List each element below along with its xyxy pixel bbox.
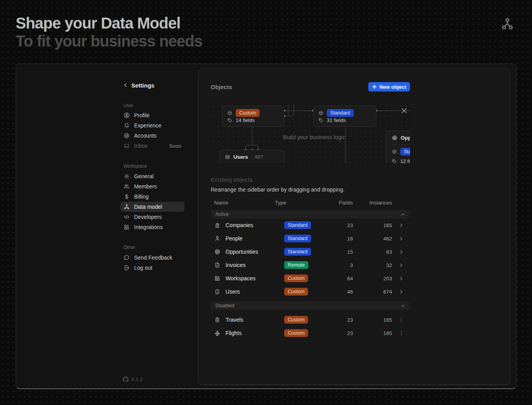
column-instances: Instances — [353, 200, 392, 206]
chevron-left-icon — [123, 82, 128, 88]
canvas-node-standard[interactable]: Standard 31 fields — [313, 106, 376, 127]
sidebar-item-billing[interactable]: Billing — [123, 192, 184, 202]
soon-badge: Soon — [169, 143, 181, 149]
sidebar-item-label: Inbox — [134, 143, 147, 149]
code-icon — [124, 214, 130, 220]
fields-value: 46 — [327, 289, 353, 295]
chevron-up-icon — [400, 303, 405, 308]
data-model-icon — [124, 204, 130, 210]
chevron-right-icon[interactable] — [398, 222, 404, 228]
logout-icon — [124, 265, 130, 271]
group-label: Active — [215, 211, 229, 217]
type-badge: Custom — [284, 329, 308, 337]
table-row-people[interactable]: People Standard 16 462 — [211, 232, 410, 245]
type-badge: Custom — [284, 288, 308, 296]
settings-sidebar: Settings User Profile Experience Account… — [123, 81, 184, 273]
table-row-flights[interactable]: Flights Custom 23 165 — [211, 326, 410, 340]
plane-icon — [214, 330, 220, 336]
gear-icon — [124, 173, 130, 179]
table-row-opportunities[interactable]: Opportunities Standard 15 83 — [211, 245, 410, 258]
node-name: Users — [233, 154, 248, 160]
instances-value: 462 — [353, 236, 392, 242]
sidebar-item-integrations[interactable]: Integrations — [123, 222, 184, 232]
chevron-right-icon[interactable] — [398, 262, 404, 268]
app-version[interactable]: 0.1.2 — [123, 376, 143, 382]
type-badge: Standard — [327, 109, 354, 117]
data-model-canvas[interactable]: Custom 14 fields Standard 31 fields — [211, 104, 410, 163]
column-name: Name — [211, 200, 275, 206]
instances-value: 165 — [353, 330, 392, 336]
sidebar-item-label: Send Feedback — [134, 254, 172, 261]
canvas-hint: Build your business logic — [283, 134, 346, 140]
sidebar-item-send-feedback[interactable]: Send Feedback — [123, 253, 184, 263]
tag-icon — [318, 118, 324, 123]
kebab-menu-icon[interactable] — [398, 330, 404, 336]
table-row-travels[interactable]: Travels Custom 23 165 — [211, 313, 410, 326]
sidebar-item-inbox[interactable]: Inbox Soon — [123, 141, 184, 151]
table-row-users[interactable]: Users Custom 46 674 — [211, 285, 410, 298]
fields-value: 3 — [327, 262, 353, 268]
bell-icon — [124, 122, 130, 129]
node-name: Opportunities — [401, 135, 410, 141]
instances-value: 83 — [353, 249, 392, 255]
sidebar-item-accounts[interactable]: Accounts — [123, 131, 184, 141]
object-name: Opportunities — [226, 249, 258, 255]
object-name: Users — [226, 289, 240, 295]
page-header: Shape your Data Model To fit your busine… — [16, 14, 202, 50]
sidebar-item-developers[interactable]: Developers — [123, 212, 184, 222]
existing-objects-heading: Existing objects — [211, 177, 410, 183]
table-header: Name Type Fields Instances — [211, 199, 410, 206]
chevron-right-icon[interactable] — [398, 289, 404, 295]
sidebar-item-log-out[interactable]: Log out — [123, 263, 184, 273]
id-badge-icon — [225, 154, 230, 160]
table-row-workspaces[interactable]: Workspaces Custom 64 203 — [211, 272, 410, 285]
page-title: Shape your Data Model — [16, 14, 202, 32]
object-name: People — [226, 235, 243, 242]
type-badge: Custom — [284, 316, 308, 324]
building-icon — [214, 222, 220, 228]
group-header-active[interactable]: Active — [211, 210, 410, 219]
sidebar-item-profile[interactable]: Profile — [123, 110, 184, 120]
type-badge: Custom — [236, 109, 260, 117]
chevron-right-icon[interactable] — [398, 249, 404, 255]
instances-value: 165 — [353, 222, 392, 228]
members-icon — [124, 183, 130, 190]
canvas-node-users[interactable]: Users · 497 — [220, 150, 284, 163]
sidebar-item-data-model[interactable]: Data model — [120, 202, 184, 212]
object-name: Flights — [226, 330, 242, 336]
object-name: Companies — [226, 222, 253, 228]
sidebar-item-general[interactable]: General — [123, 171, 184, 181]
data-model-logo-icon — [501, 17, 514, 30]
fields-value: 15 — [327, 249, 353, 255]
dollar-icon — [124, 194, 130, 200]
workspaces-icon — [214, 275, 220, 281]
canvas-node-custom[interactable]: Custom 14 fields — [222, 106, 284, 127]
new-object-button[interactable]: New object — [368, 82, 410, 91]
inbox-icon — [124, 143, 130, 149]
column-type: Type — [275, 200, 327, 206]
type-badge: Remote — [284, 261, 308, 269]
sidebar-item-label: Accounts — [134, 133, 157, 139]
canvas-node-opportunities[interactable]: Opportunities Standard 12 fields — [386, 131, 410, 163]
fields-count: 14 fields — [236, 117, 254, 123]
sidebar-item-members[interactable]: Members — [123, 181, 184, 192]
object-name: Invoices — [226, 262, 245, 268]
chevron-right-icon[interactable] — [398, 236, 404, 242]
fields-value: 23 — [327, 222, 353, 228]
instances-value: 32 — [353, 262, 392, 268]
settings-back-button[interactable]: Settings — [123, 81, 184, 90]
new-object-label: New object — [379, 84, 406, 90]
sidebar-title: Settings — [131, 82, 154, 89]
user-circle-icon — [124, 112, 130, 118]
cube-icon — [227, 110, 233, 116]
tag-icon — [227, 118, 233, 123]
chevron-right-icon[interactable] — [398, 276, 404, 281]
table-row-companies[interactable]: Companies Standard 23 165 — [211, 219, 410, 232]
sidebar-item-experience[interactable]: Experience — [123, 120, 184, 131]
settings-window: Settings User Profile Experience Account… — [16, 64, 516, 389]
section-label-workspace: Workspace — [123, 161, 184, 171]
table-row-invoices[interactable]: Invoices Remote 3 32 — [211, 258, 410, 272]
kebab-menu-icon[interactable] — [398, 317, 404, 323]
node-count: · 497 — [251, 154, 263, 160]
group-header-disabled[interactable]: Disabled — [211, 301, 410, 310]
